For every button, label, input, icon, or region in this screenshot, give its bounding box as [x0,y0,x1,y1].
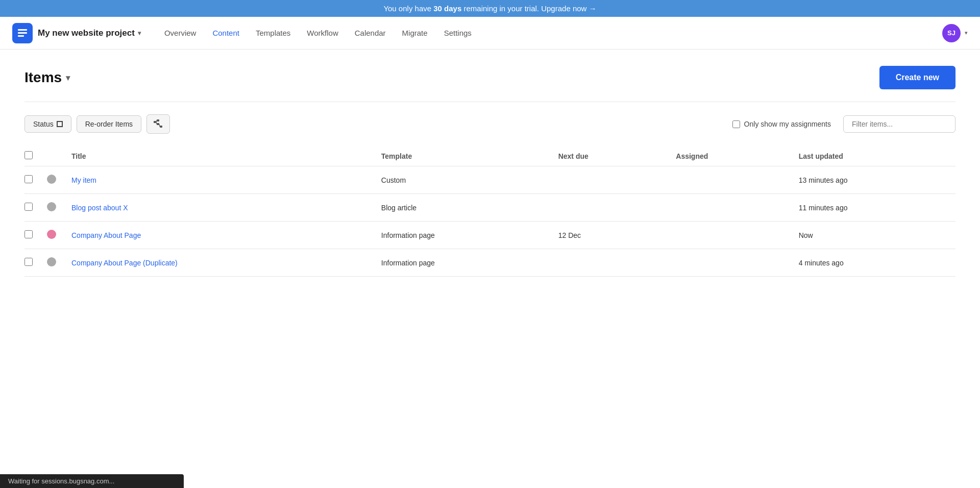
assignment-checkbox[interactable] [732,120,740,128]
status-dot [47,230,56,239]
table-header: Title Template Next due Assigned Last up… [24,146,955,166]
item-template: Custom [373,166,550,194]
app-logo-icon [12,23,33,43]
row-checkbox[interactable] [24,175,33,183]
svg-rect-1 [18,32,27,34]
table-row: My item Custom 13 minutes ago [24,166,955,194]
nav-calendar[interactable]: Calendar [348,25,393,41]
item-assigned [668,222,790,249]
toolbar-right: Only show my assignments [732,115,955,133]
logo-area: My new website project ▾ [12,23,141,43]
status-dot [47,175,56,184]
table-row: Blog post about X Blog article 11 minute… [24,194,955,222]
item-assigned [668,249,790,277]
col-last-updated: Last updated [791,146,955,166]
project-name-chevron: ▾ [138,30,141,37]
nav-right: SJ ▾ [942,24,968,42]
select-all-checkbox[interactable] [24,151,33,159]
svg-rect-4 [157,119,159,121]
item-assigned [668,166,790,194]
item-title-link[interactable]: Company About Page (Duplicate) [71,259,178,267]
nav-workflow[interactable]: Workflow [300,25,345,41]
row-checkbox[interactable] [24,230,33,238]
nav-migrate[interactable]: Migrate [395,25,435,41]
col-title: Title [63,146,373,166]
create-new-button[interactable]: Create new [879,66,955,89]
toolbar: Status Re-order Items Only show my assig… [24,114,955,134]
table-row: Company About Page Information page 12 D… [24,222,955,249]
status-dot [47,257,56,266]
nav-content[interactable]: Content [205,25,247,41]
trial-banner: You only have 30 days remaining in your … [0,0,980,17]
item-next-due: 12 Dec [550,222,668,249]
row-checkbox[interactable] [24,203,33,211]
hierarchy-view-button[interactable] [146,114,170,134]
assignment-filter-label[interactable]: Only show my assignments [732,120,831,128]
col-assigned: Assigned [668,146,790,166]
svg-rect-6 [160,126,162,128]
svg-line-7 [156,120,157,122]
nav-links: Overview Content Templates Workflow Cale… [157,25,942,41]
svg-rect-0 [18,29,27,31]
status-square-icon [57,121,63,127]
svg-line-8 [156,122,157,124]
avatar[interactable]: SJ [942,24,961,42]
status-dot [47,202,56,211]
nav-overview[interactable]: Overview [157,25,204,41]
item-next-due [550,194,668,222]
main-content: Items ▾ Create new Status Re-order Items [0,50,980,293]
hierarchy-icon [153,119,163,129]
item-next-due [550,249,668,277]
filter-items-input[interactable] [843,115,955,133]
item-template: Blog article [373,194,550,222]
project-name[interactable]: My new website project ▾ [38,28,141,38]
svg-rect-3 [154,121,156,123]
item-title-link[interactable]: My item [71,176,96,184]
reorder-items-button[interactable]: Re-order Items [77,115,141,133]
item-template: Information page [373,222,550,249]
item-last-updated: 13 minutes ago [791,166,955,194]
table-row: Company About Page (Duplicate) Informati… [24,249,955,277]
trial-text: You only have 30 days remaining in your … [383,4,596,13]
svg-line-9 [159,124,160,127]
item-template: Information page [373,249,550,277]
table-body: My item Custom 13 minutes ago Blog post … [24,166,955,277]
col-template: Template [373,146,550,166]
svg-rect-2 [18,35,24,37]
items-header: Items ▾ Create new [24,66,955,89]
avatar-chevron-icon[interactable]: ▾ [965,30,968,36]
item-last-updated: 11 minutes ago [791,194,955,222]
item-assigned [668,194,790,222]
nav-settings[interactable]: Settings [437,25,479,41]
nav-templates[interactable]: Templates [249,25,298,41]
item-last-updated: 4 minutes ago [791,249,955,277]
item-next-due [550,166,668,194]
row-checkbox[interactable] [24,258,33,266]
item-last-updated: Now [791,222,955,249]
top-nav: My new website project ▾ Overview Conten… [0,17,980,50]
status-filter-button[interactable]: Status [24,115,71,133]
item-title-link[interactable]: Blog post about X [71,204,128,212]
divider [24,102,955,102]
item-title-link[interactable]: Company About Page [71,231,141,239]
items-table: Title Template Next due Assigned Last up… [24,146,955,277]
page-title: Items ▾ [24,69,70,86]
svg-rect-5 [157,123,159,125]
items-title-chevron-icon[interactable]: ▾ [66,73,70,83]
col-next-due: Next due [550,146,668,166]
